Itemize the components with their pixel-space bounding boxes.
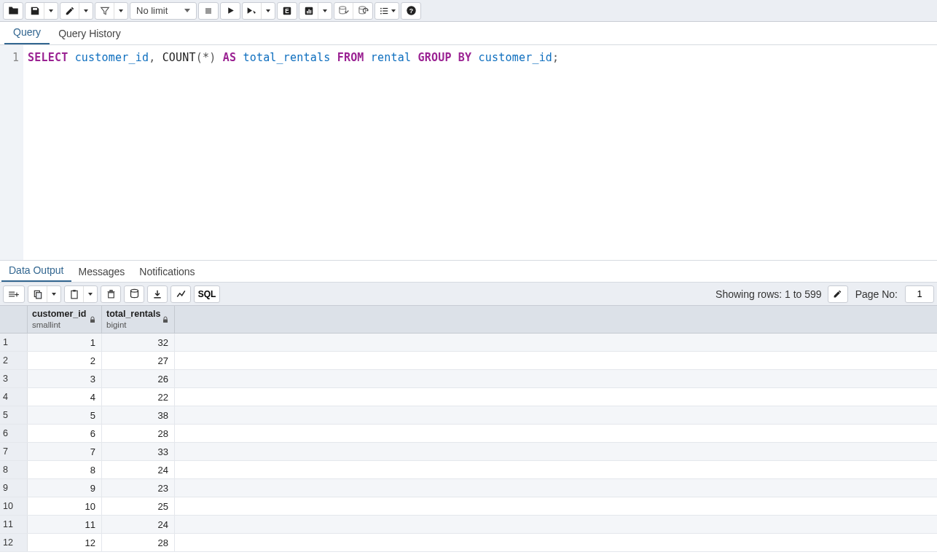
cell[interactable]: 8 [28, 461, 102, 478]
svg-rect-28 [109, 290, 111, 291]
cell[interactable]: 24 [102, 461, 175, 478]
column-header-customer-id[interactable]: customer_id smallint [28, 306, 102, 333]
add-row-button[interactable] [4, 286, 24, 302]
download-icon [152, 289, 162, 299]
db-save-icon [129, 288, 140, 299]
page-number-input[interactable] [905, 285, 934, 303]
delete-row-button[interactable] [101, 286, 120, 302]
cell[interactable]: 23 [102, 479, 175, 497]
cell[interactable]: 28 [102, 534, 175, 551]
pencil-icon [65, 6, 75, 16]
explain-analyze-button[interactable] [299, 3, 318, 19]
cell[interactable]: 9 [28, 479, 102, 497]
explain-analyze-dropdown-button[interactable] [318, 3, 332, 19]
add-row-icon [8, 289, 20, 299]
help-button[interactable]: ? [401, 3, 420, 19]
cell[interactable]: 27 [102, 352, 175, 369]
tab-data-output[interactable]: Data Output [1, 259, 71, 282]
cell[interactable]: 2 [28, 352, 102, 369]
svg-rect-19 [9, 296, 15, 296]
cell[interactable]: 28 [102, 425, 175, 442]
explain-button[interactable]: E [278, 3, 297, 19]
open-file-button[interactable] [4, 3, 23, 19]
table-row[interactable]: 1132 [0, 334, 937, 352]
cell[interactable]: 3 [28, 370, 102, 387]
svg-rect-32 [163, 319, 168, 323]
edit-button[interactable] [60, 3, 79, 19]
cell[interactable]: 11 [28, 516, 102, 533]
tab-query[interactable]: Query [4, 20, 50, 44]
chevron-down-icon [119, 9, 123, 12]
cell[interactable]: 10 [28, 497, 102, 515]
cell[interactable]: 4 [28, 388, 102, 406]
cell[interactable]: 5 [28, 406, 102, 424]
code-line[interactable]: SELECT customer_id, COUNT(*) AS total_re… [23, 45, 937, 260]
row-number: 4 [0, 388, 28, 406]
table-row[interactable]: 9923 [0, 479, 937, 497]
cell[interactable]: 26 [102, 370, 175, 387]
macros-button[interactable] [375, 3, 399, 19]
table-row[interactable]: 3326 [0, 370, 937, 388]
table-row[interactable]: 2227 [0, 352, 937, 370]
pencil-icon [833, 289, 842, 299]
cell[interactable]: 38 [102, 406, 175, 424]
table-row[interactable]: 7733 [0, 443, 937, 461]
rollback-button[interactable] [353, 3, 372, 19]
cell[interactable]: 33 [102, 443, 175, 460]
copy-dropdown-button[interactable] [47, 286, 60, 302]
execute-dropdown-button[interactable] [262, 3, 275, 19]
line-number: 1 [0, 50, 19, 66]
table-row[interactable]: 4422 [0, 388, 937, 406]
execute-options-button[interactable] [243, 3, 262, 19]
paste-dropdown-button[interactable] [84, 286, 97, 302]
save-dropdown-button[interactable] [44, 3, 58, 19]
rows-info: Showing rows: 1 to 599 [713, 288, 825, 300]
table-row[interactable]: 111124 [0, 516, 937, 534]
filter-dropdown-button[interactable] [114, 3, 128, 19]
svg-rect-10 [383, 7, 388, 8]
limit-dropdown[interactable]: No limit [130, 3, 196, 19]
save-data-button[interactable] [125, 286, 144, 302]
table-row[interactable]: 8824 [0, 461, 937, 479]
edit-dropdown-button[interactable] [79, 3, 93, 19]
edit-page-button[interactable] [828, 286, 847, 302]
svg-point-29 [130, 289, 138, 292]
cell[interactable]: 12 [28, 534, 102, 551]
row-number: 1 [0, 334, 28, 351]
tab-query-history[interactable]: Query History [50, 22, 130, 44]
cell[interactable]: 32 [102, 334, 175, 351]
graph-visualizer-button[interactable] [171, 286, 190, 302]
column-header-total-rentals[interactable]: total_rentals bigint [102, 306, 175, 333]
save-button[interactable] [26, 3, 44, 19]
tab-notifications[interactable]: Notifications [132, 261, 202, 282]
row-number: 11 [0, 516, 28, 533]
table-row[interactable]: 121228 [0, 534, 937, 552]
table-row[interactable]: 6628 [0, 425, 937, 443]
commit-button[interactable] [334, 3, 353, 19]
rownum-header[interactable] [0, 306, 28, 333]
svg-rect-23 [36, 292, 41, 298]
svg-rect-17 [9, 291, 15, 292]
cell[interactable]: 6 [28, 425, 102, 442]
bar-chart-icon [304, 6, 314, 16]
execute-button[interactable] [221, 3, 240, 19]
cell[interactable]: 25 [102, 497, 175, 515]
grid-body[interactable]: 1132222733264422553866287733882499231010… [0, 334, 937, 552]
chevron-down-icon [52, 293, 56, 296]
tab-messages[interactable]: Messages [71, 261, 133, 282]
stop-button[interactable] [199, 3, 218, 19]
table-row[interactable]: 101025 [0, 497, 937, 516]
paste-button[interactable] [65, 286, 84, 302]
row-number: 9 [0, 479, 28, 497]
svg-point-9 [380, 7, 382, 9]
copy-button[interactable] [28, 286, 47, 302]
cell[interactable]: 22 [102, 388, 175, 406]
table-row[interactable]: 5538 [0, 406, 937, 425]
cell[interactable]: 1 [28, 334, 102, 351]
sql-button[interactable]: SQL [195, 286, 219, 302]
cell[interactable]: 24 [102, 516, 175, 533]
download-button[interactable] [148, 286, 167, 302]
sql-editor[interactable]: 1 SELECT customer_id, COUNT(*) AS total_… [0, 45, 937, 261]
cell[interactable]: 7 [28, 443, 102, 460]
filter-button[interactable] [95, 3, 114, 19]
